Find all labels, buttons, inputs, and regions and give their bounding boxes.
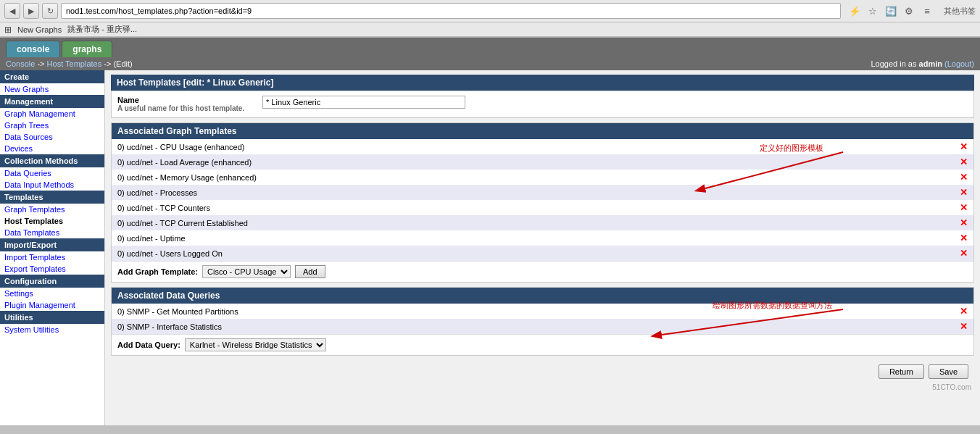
table-row: 0) ucd/net - Memory Usage (enhanced) ✕	[112, 170, 973, 185]
table-row: 0) SNMP - Get Mounted Partitions ✕	[112, 304, 973, 319]
menu-icon[interactable]: ≡	[919, 3, 935, 19]
sidebar-item-host-templates[interactable]: Host Templates	[0, 215, 104, 227]
table-row: 0) ucd/net - TCP Current Established ✕	[112, 215, 973, 230]
add-graph-template-row: Add Graph Template: Cisco - CPU Usage Ad…	[112, 261, 973, 282]
delete-icon[interactable]: ✕	[960, 157, 968, 167]
name-input[interactable]	[262, 96, 465, 109]
name-panel: Name A useful name for this host templat…	[111, 91, 974, 118]
other-bookmarks[interactable]: 其他书签	[944, 6, 976, 17]
sidebar-header-templates: Templates	[0, 191, 104, 204]
graph-templates-panel: Associated Graph Templates 定义好的图形模板 0) u…	[111, 122, 974, 283]
browser-toolbar: ◀ ▶ ↻ ⚡ ☆ 🔄 ⚙ ≡ 其他书签	[0, 0, 980, 22]
table-row: 0) ucd/net - TCP Counters ✕	[112, 200, 973, 215]
browser-chrome: ◀ ▶ ↻ ⚡ ☆ 🔄 ⚙ ≡ 其他书签 ⊞ New Graphs 跳蚤市场 -…	[0, 0, 980, 38]
add-data-query-row: Add Data Query: Karlnet - Wireless Bridg…	[112, 334, 973, 355]
table-row: 0) ucd/net - Users Logged On ✕	[112, 246, 973, 261]
add-graph-label: Add Graph Template:	[117, 267, 198, 276]
sidebar-item-data-queries[interactable]: Data Queries	[0, 167, 104, 179]
url-bar[interactable]	[61, 3, 841, 19]
data-queries-header: Associated Data Queries	[112, 288, 973, 304]
table-row: 0) SNMP - Interface Statistics ✕	[112, 319, 973, 334]
breadcrumb-edit: (Edit)	[113, 59, 132, 68]
star-icon[interactable]: ☆	[865, 3, 881, 19]
sidebar-header-utilities: Utilities	[0, 311, 104, 324]
forward-button[interactable]: ▶	[23, 3, 39, 19]
sidebar-item-plugin-management[interactable]: Plugin Management	[0, 299, 104, 311]
breadcrumb: Console -> Host Templates -> (Edit)	[6, 59, 133, 68]
browser-icons: ⚡ ☆ 🔄 ⚙ ≡	[847, 3, 935, 19]
sidebar-item-new-graphs[interactable]: New Graphs	[0, 83, 104, 95]
sidebar-item-devices[interactable]: Devices	[0, 143, 104, 154]
add-graph-dropdown[interactable]: Cisco - CPU Usage	[202, 265, 291, 278]
sidebar: Create New Graphs Management Graph Manag…	[0, 70, 105, 425]
app-tabs: console graphs	[0, 38, 980, 57]
graph-template-item: 0) ucd/net - TCP Counters	[112, 200, 954, 215]
tab-graphs[interactable]: graphs	[62, 41, 112, 57]
table-row: 0) ucd/net - Uptime ✕	[112, 230, 973, 246]
data-query-item: 0) SNMP - Interface Statistics	[112, 319, 954, 334]
name-field-container	[262, 96, 968, 109]
add-graph-button[interactable]: Add	[295, 265, 325, 278]
sidebar-item-graph-management[interactable]: Graph Management	[0, 108, 104, 120]
data-queries-table: 0) SNMP - Get Mounted Partitions ✕ 0) SN…	[112, 304, 973, 334]
back-button[interactable]: ◀	[4, 3, 20, 19]
settings-icon[interactable]: ⚙	[901, 3, 917, 19]
add-data-query-label: Add Data Query:	[117, 341, 180, 349]
delete-icon[interactable]: ✕	[960, 217, 968, 228]
tab-console[interactable]: console	[6, 41, 60, 57]
name-label: Name A useful name for this host templat…	[117, 96, 262, 112]
sidebar-item-data-sources[interactable]: Data Sources	[0, 131, 104, 143]
graph-templates-table: 0) ucd/net - CPU Usage (enhanced) ✕ 0) u…	[112, 139, 973, 261]
graph-template-item: 0) ucd/net - Processes	[112, 185, 954, 200]
delete-icon[interactable]: ✕	[960, 321, 968, 332]
add-data-query-dropdown[interactable]: Karlnet - Wireless Bridge Statistics	[185, 338, 326, 351]
delete-icon[interactable]: ✕	[960, 233, 968, 243]
graph-templates-header: Associated Graph Templates	[112, 123, 973, 139]
delete-icon[interactable]: ✕	[960, 187, 968, 198]
graph-template-item: 0) ucd/net - Users Logged On	[112, 246, 954, 261]
bottom-bar: Return Save	[111, 360, 974, 383]
bookmark-2[interactable]: 跳蚤市场 - 重庆驿...	[67, 24, 137, 35]
rss-icon[interactable]: ⚡	[847, 3, 863, 19]
breadcrumb-console[interactable]: Console	[6, 59, 35, 68]
refresh-icon[interactable]: 🔄	[883, 3, 899, 19]
sidebar-item-settings[interactable]: Settings	[0, 288, 104, 299]
delete-icon[interactable]: ✕	[960, 248, 968, 259]
table-row: 0) ucd/net - CPU Usage (enhanced) ✕	[112, 139, 973, 154]
data-query-item: 0) SNMP - Get Mounted Partitions	[112, 304, 954, 319]
delete-icon[interactable]: ✕	[960, 172, 968, 183]
graph-template-item: 0) ucd/net - TCP Current Established	[112, 215, 954, 230]
table-row: 0) ucd/net - Processes ✕	[112, 185, 973, 200]
breadcrumb-arrow2: ->	[104, 59, 113, 68]
graph-template-item: 0) ucd/net - CPU Usage (enhanced)	[112, 139, 954, 154]
delete-icon[interactable]: ✕	[960, 141, 968, 152]
bookmark-1[interactable]: New Graphs	[17, 25, 62, 34]
logged-in-info: Logged in as admin (Logout)	[871, 59, 974, 68]
logout-link[interactable]: (Logout)	[944, 59, 974, 68]
main-layout: Create New Graphs Management Graph Manag…	[0, 70, 980, 425]
sidebar-header-create: Create	[0, 70, 104, 83]
sidebar-item-data-input-methods[interactable]: Data Input Methods	[0, 179, 104, 191]
sidebar-item-graph-templates[interactable]: Graph Templates	[0, 204, 104, 215]
delete-icon[interactable]: ✕	[960, 202, 968, 213]
content-area: Host Templates [edit: * Linux Generic] N…	[105, 70, 980, 425]
apps-icon[interactable]: ⊞	[4, 25, 12, 35]
page-title: Host Templates [edit: * Linux Generic]	[111, 75, 974, 91]
delete-icon[interactable]: ✕	[960, 306, 968, 317]
sidebar-item-export-templates[interactable]: Export Templates	[0, 263, 104, 275]
graph-template-item: 0) ucd/net - Memory Usage (enhanced)	[112, 170, 954, 185]
graph-template-item: 0) ucd/net - Uptime	[112, 230, 954, 246]
return-button[interactable]: Return	[879, 364, 924, 379]
sidebar-item-system-utilities[interactable]: System Utilities	[0, 324, 104, 335]
sidebar-item-import-templates[interactable]: Import Templates	[0, 251, 104, 263]
sidebar-item-graph-trees[interactable]: Graph Trees	[0, 120, 104, 131]
save-button[interactable]: Save	[929, 364, 968, 379]
sidebar-header-configuration: Configuration	[0, 275, 104, 288]
sidebar-header-collection: Collection Methods	[0, 154, 104, 167]
sidebar-item-data-templates[interactable]: Data Templates	[0, 227, 104, 238]
name-row: Name A useful name for this host templat…	[112, 91, 973, 117]
breadcrumb-host-templates[interactable]: Host Templates	[47, 59, 102, 68]
sidebar-header-management: Management	[0, 95, 104, 108]
reload-button[interactable]: ↻	[42, 3, 58, 19]
breadcrumb-bar: Console -> Host Templates -> (Edit) Logg…	[0, 57, 980, 70]
